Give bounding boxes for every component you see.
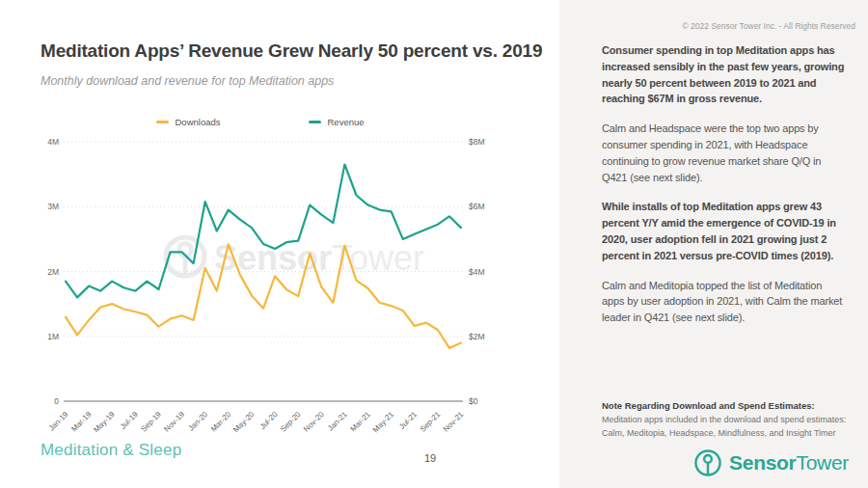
legend-label: Revenue — [327, 117, 364, 127]
insight-paragraphs: Consumer spending in top Meditation apps… — [602, 42, 845, 339]
page-subtitle: Monthly download and revenue for top Med… — [41, 74, 334, 88]
sensortower-logo-icon — [693, 448, 722, 477]
legend-item-revenue: Revenue — [309, 117, 364, 127]
y-axis-label-left: 0 — [54, 396, 59, 406]
x-axis-label: Mar-19 — [69, 410, 94, 434]
y-axis-label-right: $0 — [469, 396, 478, 406]
estimates-note-title: Note Regarding Download and Spend Estima… — [602, 399, 860, 413]
y-axis-label-right: $8M — [469, 137, 485, 147]
x-axis-label: Nov-19 — [162, 410, 186, 434]
x-axis-label: Nov-20 — [302, 410, 326, 434]
footer-section-label: Meditation & Sleep — [41, 441, 181, 460]
x-axis-label: Jul-21 — [397, 410, 419, 431]
page-number: 19 — [419, 452, 442, 464]
y-axis-label-left: 1M — [47, 332, 59, 341]
logo-text-tower: Tower — [796, 451, 849, 474]
y-axis-label-left: 4M — [47, 137, 59, 147]
logo-text-sensor: Sensor — [729, 451, 796, 474]
legend-item-downloads: Downloads — [156, 117, 220, 127]
insight-paragraph: Consumer spending in top Meditation apps… — [602, 42, 845, 107]
copyright-text: © 2022 Sensor Tower Inc. - All Rights Re… — [683, 21, 856, 31]
estimates-note-body: Meditation apps included in the download… — [602, 415, 846, 438]
insights-panel: © 2022 Sensor Tower Inc. - All Rights Re… — [559, 0, 868, 488]
sensortower-logo-text: SensorTower — [729, 451, 849, 474]
x-axis-label: Jan-21 — [326, 410, 349, 433]
x-axis-label: Jan-19 — [47, 410, 70, 433]
y-axis-label-left: 2M — [47, 267, 59, 277]
x-axis-label: Sep-19 — [139, 410, 163, 434]
insight-paragraph: While installs of top Meditation apps gr… — [602, 199, 845, 263]
slide: Meditation Apps’ Revenue Grew Nearly 50 … — [0, 0, 868, 488]
x-axis-label: Jul-19 — [119, 410, 140, 431]
legend-swatch — [156, 121, 169, 123]
x-axis-label: May-20 — [231, 410, 257, 435]
y-axis-label-right: $2M — [469, 332, 485, 341]
x-axis-label: Mar-21 — [349, 410, 373, 434]
x-axis-label: Jul-20 — [258, 410, 280, 431]
legend-label: Downloads — [175, 117, 220, 127]
x-axis-label: Nov-21 — [442, 410, 466, 434]
page-title: Meditation Apps’ Revenue Grew Nearly 50 … — [41, 41, 542, 62]
x-axis-label: Sep-21 — [419, 410, 443, 434]
chart-plot: 0$01M$2M2M$4M3M$6M4M$8MJan-19Mar-19May-1… — [47, 137, 485, 434]
estimates-note: Note Regarding Download and Spend Estima… — [602, 399, 860, 440]
sensortower-logo: SensorTower — [693, 448, 849, 477]
x-axis-label: Mar-20 — [209, 410, 233, 434]
chart-legend: DownloadsRevenue — [39, 117, 482, 127]
revenue-downloads-chart: SensorTower 0$01M$2M2M$4M3M$6M4M$8MJan-1… — [39, 127, 488, 446]
y-axis-label-right: $4M — [469, 267, 485, 277]
y-axis-label-right: $6M — [469, 202, 485, 211]
x-axis-label: May-19 — [92, 410, 117, 435]
x-axis-label: May-21 — [371, 410, 396, 435]
x-axis-label: Sep-20 — [279, 410, 303, 434]
legend-swatch — [309, 121, 321, 123]
y-axis-label-left: 3M — [47, 202, 59, 211]
insight-paragraph: Calm and Headspace were the top two apps… — [602, 121, 845, 185]
x-axis-label: Jan-20 — [186, 410, 209, 433]
insight-paragraph: Calm and Meditopia topped the list of Me… — [602, 278, 845, 326]
